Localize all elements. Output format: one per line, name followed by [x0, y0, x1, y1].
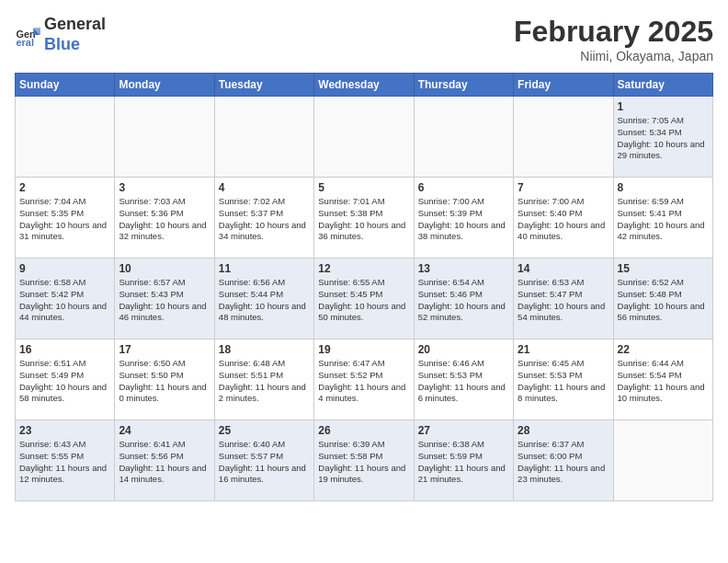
day-info: Sunrise: 7:02 AM Sunset: 5:37 PM Dayligh…	[219, 196, 310, 243]
day-number: 8	[618, 181, 709, 194]
calendar-cell: 20Sunrise: 6:46 AM Sunset: 5:53 PM Dayli…	[414, 339, 513, 420]
day-info: Sunrise: 6:55 AM Sunset: 5:45 PM Dayligh…	[318, 277, 409, 324]
day-number: 1	[618, 100, 709, 113]
day-number: 9	[19, 262, 110, 275]
day-number: 5	[318, 181, 409, 194]
day-info: Sunrise: 6:51 AM Sunset: 5:49 PM Dayligh…	[19, 358, 110, 405]
calendar-cell	[214, 97, 313, 178]
calendar-cell: 10Sunrise: 6:57 AM Sunset: 5:43 PM Dayli…	[115, 259, 214, 339]
day-info: Sunrise: 6:57 AM Sunset: 5:43 PM Dayligh…	[119, 277, 210, 324]
day-info: Sunrise: 6:56 AM Sunset: 5:44 PM Dayligh…	[219, 277, 310, 324]
calendar-week-row: 16Sunrise: 6:51 AM Sunset: 5:49 PM Dayli…	[16, 339, 713, 420]
day-number: 17	[119, 343, 210, 356]
calendar-cell: 14Sunrise: 6:53 AM Sunset: 5:47 PM Dayli…	[514, 259, 613, 339]
day-info: Sunrise: 6:59 AM Sunset: 5:41 PM Dayligh…	[618, 196, 709, 243]
calendar-cell	[613, 420, 712, 501]
svg-text:eral: eral	[17, 37, 34, 48]
day-info: Sunrise: 6:47 AM Sunset: 5:52 PM Dayligh…	[318, 358, 409, 405]
calendar-cell: 23Sunrise: 6:43 AM Sunset: 5:55 PM Dayli…	[16, 420, 115, 501]
day-number: 14	[518, 262, 609, 275]
calendar-cell: 28Sunrise: 6:37 AM Sunset: 6:00 PM Dayli…	[514, 420, 613, 501]
day-number: 4	[219, 181, 310, 194]
day-number: 2	[19, 181, 110, 194]
day-info: Sunrise: 7:04 AM Sunset: 5:35 PM Dayligh…	[19, 196, 110, 243]
calendar-cell: 3Sunrise: 7:03 AM Sunset: 5:36 PM Daylig…	[115, 178, 214, 259]
day-number: 13	[418, 262, 509, 275]
calendar-cell: 21Sunrise: 6:45 AM Sunset: 5:53 PM Dayli…	[514, 339, 613, 420]
calendar-body: 1Sunrise: 7:05 AM Sunset: 5:34 PM Daylig…	[16, 97, 713, 501]
day-info: Sunrise: 7:05 AM Sunset: 5:34 PM Dayligh…	[618, 115, 709, 162]
day-info: Sunrise: 6:40 AM Sunset: 5:57 PM Dayligh…	[219, 439, 310, 486]
calendar-table: SundayMondayTuesdayWednesdayThursdayFrid…	[15, 73, 713, 501]
day-info: Sunrise: 6:38 AM Sunset: 5:59 PM Dayligh…	[418, 439, 509, 486]
calendar-cell: 16Sunrise: 6:51 AM Sunset: 5:49 PM Dayli…	[16, 339, 115, 420]
day-info: Sunrise: 6:50 AM Sunset: 5:50 PM Dayligh…	[119, 358, 210, 405]
day-number: 15	[618, 262, 709, 275]
weekday-header-sunday: Sunday	[16, 74, 115, 97]
weekday-header-tuesday: Tuesday	[214, 74, 313, 97]
day-info: Sunrise: 7:01 AM Sunset: 5:38 PM Dayligh…	[318, 196, 409, 243]
calendar-cell	[115, 97, 214, 178]
calendar-cell: 12Sunrise: 6:55 AM Sunset: 5:45 PM Dayli…	[314, 259, 414, 339]
day-info: Sunrise: 6:58 AM Sunset: 5:42 PM Dayligh…	[19, 277, 110, 324]
calendar-week-row: 9Sunrise: 6:58 AM Sunset: 5:42 PM Daylig…	[16, 259, 713, 339]
day-info: Sunrise: 6:44 AM Sunset: 5:54 PM Dayligh…	[618, 358, 709, 405]
calendar-cell: 22Sunrise: 6:44 AM Sunset: 5:54 PM Dayli…	[613, 339, 712, 420]
calendar-cell: 5Sunrise: 7:01 AM Sunset: 5:38 PM Daylig…	[314, 178, 414, 259]
weekday-header-saturday: Saturday	[613, 74, 712, 97]
day-number: 20	[418, 343, 509, 356]
day-info: Sunrise: 6:46 AM Sunset: 5:53 PM Dayligh…	[418, 358, 509, 405]
logo: Gen eral GeneralBlue	[15, 15, 106, 54]
day-info: Sunrise: 6:45 AM Sunset: 5:53 PM Dayligh…	[518, 358, 609, 405]
main-title: February 2025	[514, 15, 713, 49]
day-number: 6	[418, 181, 509, 194]
calendar-week-row: 1Sunrise: 7:05 AM Sunset: 5:34 PM Daylig…	[16, 97, 713, 178]
day-number: 27	[418, 424, 509, 437]
day-number: 10	[119, 262, 210, 275]
calendar-week-row: 23Sunrise: 6:43 AM Sunset: 5:55 PM Dayli…	[16, 420, 713, 501]
calendar-cell: 11Sunrise: 6:56 AM Sunset: 5:44 PM Dayli…	[214, 259, 313, 339]
calendar-cell: 1Sunrise: 7:05 AM Sunset: 5:34 PM Daylig…	[613, 97, 712, 178]
calendar-cell: 15Sunrise: 6:52 AM Sunset: 5:48 PM Dayli…	[613, 259, 712, 339]
weekday-header-thursday: Thursday	[414, 74, 513, 97]
weekday-header-monday: Monday	[115, 74, 214, 97]
logo-text: GeneralBlue	[44, 15, 106, 54]
calendar-cell: 25Sunrise: 6:40 AM Sunset: 5:57 PM Dayli…	[214, 420, 313, 501]
day-info: Sunrise: 7:00 AM Sunset: 5:40 PM Dayligh…	[518, 196, 609, 243]
page-header: Gen eral GeneralBlue February 2025 Niimi…	[15, 15, 713, 63]
calendar-cell: 24Sunrise: 6:41 AM Sunset: 5:56 PM Dayli…	[115, 420, 214, 501]
day-info: Sunrise: 6:48 AM Sunset: 5:51 PM Dayligh…	[219, 358, 310, 405]
day-info: Sunrise: 6:37 AM Sunset: 6:00 PM Dayligh…	[518, 439, 609, 486]
day-number: 7	[518, 181, 609, 194]
weekday-header-row: SundayMondayTuesdayWednesdayThursdayFrid…	[16, 74, 713, 97]
day-info: Sunrise: 6:41 AM Sunset: 5:56 PM Dayligh…	[119, 439, 210, 486]
day-info: Sunrise: 6:53 AM Sunset: 5:47 PM Dayligh…	[518, 277, 609, 324]
calendar-cell: 2Sunrise: 7:04 AM Sunset: 5:35 PM Daylig…	[16, 178, 115, 259]
day-number: 28	[518, 424, 609, 437]
day-number: 12	[318, 262, 409, 275]
calendar-cell	[16, 97, 115, 178]
subtitle: Niimi, Okayama, Japan	[514, 49, 713, 63]
calendar-cell	[514, 97, 613, 178]
calendar-cell	[314, 97, 414, 178]
weekday-header-wednesday: Wednesday	[314, 74, 414, 97]
calendar-week-row: 2Sunrise: 7:04 AM Sunset: 5:35 PM Daylig…	[16, 178, 713, 259]
day-info: Sunrise: 7:00 AM Sunset: 5:39 PM Dayligh…	[418, 196, 509, 243]
day-info: Sunrise: 6:54 AM Sunset: 5:46 PM Dayligh…	[418, 277, 509, 324]
calendar-cell: 4Sunrise: 7:02 AM Sunset: 5:37 PM Daylig…	[214, 178, 313, 259]
day-info: Sunrise: 6:39 AM Sunset: 5:58 PM Dayligh…	[318, 439, 409, 486]
weekday-header-friday: Friday	[514, 74, 613, 97]
calendar-cell: 18Sunrise: 6:48 AM Sunset: 5:51 PM Dayli…	[214, 339, 313, 420]
calendar-cell: 7Sunrise: 7:00 AM Sunset: 5:40 PM Daylig…	[514, 178, 613, 259]
title-block: February 2025 Niimi, Okayama, Japan	[514, 15, 713, 63]
day-info: Sunrise: 7:03 AM Sunset: 5:36 PM Dayligh…	[119, 196, 210, 243]
logo-icon: Gen eral	[15, 22, 40, 48]
calendar-cell: 8Sunrise: 6:59 AM Sunset: 5:41 PM Daylig…	[613, 178, 712, 259]
calendar-cell: 6Sunrise: 7:00 AM Sunset: 5:39 PM Daylig…	[414, 178, 513, 259]
day-info: Sunrise: 6:43 AM Sunset: 5:55 PM Dayligh…	[19, 439, 110, 486]
day-number: 11	[219, 262, 310, 275]
day-number: 26	[318, 424, 409, 437]
day-number: 19	[318, 343, 409, 356]
day-number: 24	[119, 424, 210, 437]
day-number: 23	[19, 424, 110, 437]
